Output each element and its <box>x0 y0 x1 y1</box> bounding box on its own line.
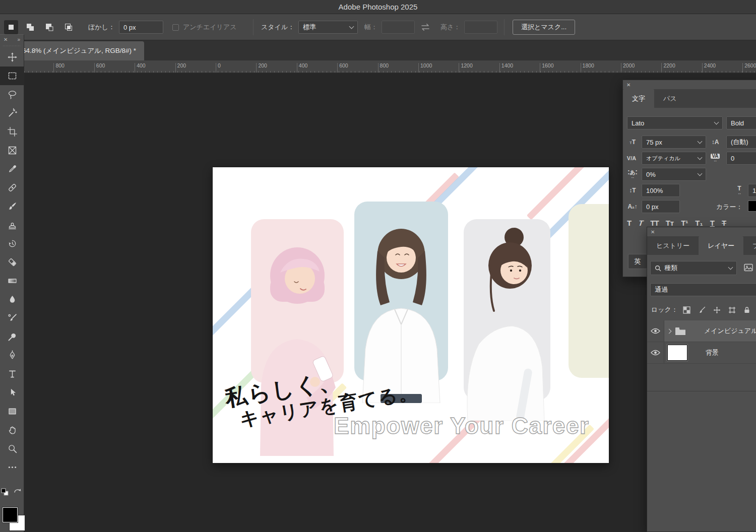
height-input[interactable] <box>464 21 497 34</box>
tab-history[interactable]: ヒストリー <box>647 236 699 255</box>
antialias-checkbox[interactable] <box>172 24 179 31</box>
layer-filter-dropdown[interactable]: 種類 <box>650 261 737 275</box>
ruler-label: 1800 <box>581 62 594 69</box>
gradient-tool[interactable] <box>0 272 24 290</box>
history-brush-tool[interactable] <box>0 234 24 253</box>
tab-character[interactable]: 文字 <box>623 89 654 108</box>
visibility-toggle[interactable] <box>647 320 664 342</box>
lock-position-icon[interactable] <box>713 306 721 314</box>
rectangular-marquee-tool[interactable] <box>0 66 24 85</box>
faux-bold-button[interactable]: T <box>627 219 632 227</box>
superscript-button[interactable]: T¹ <box>681 219 688 227</box>
font-style-dropdown[interactable]: Bold <box>726 116 756 129</box>
close-icon[interactable]: ✕ <box>651 229 655 235</box>
ruler-label: 2200 <box>661 62 675 69</box>
foreground-color-swatch[interactable] <box>3 507 18 522</box>
crop-tool[interactable] <box>0 122 24 141</box>
type-tool[interactable] <box>0 365 24 383</box>
subtract-from-selection-button[interactable] <box>42 20 56 34</box>
small-caps-button[interactable]: Tᴛ <box>666 219 674 227</box>
height-control: 高さ： <box>440 14 497 40</box>
width-input[interactable] <box>382 21 415 34</box>
horizontal-ruler[interactable]: 0800600400200020040060080010001200140016… <box>0 60 756 73</box>
horizontal-scale-field[interactable]: 100% <box>748 184 756 197</box>
eraser-tool[interactable] <box>0 253 24 272</box>
brush-tool[interactable] <box>0 197 24 216</box>
ruler-label: 200 <box>256 62 267 69</box>
frame-tool[interactable] <box>0 141 24 160</box>
rectangle-tool[interactable] <box>0 402 24 421</box>
move-tool[interactable] <box>0 48 24 66</box>
kerning-dropdown[interactable]: オプティカル <box>642 152 706 165</box>
edit-toolbar-button[interactable] <box>0 458 24 477</box>
tab-paths[interactable]: パス <box>654 89 686 108</box>
add-to-selection-button[interactable] <box>23 20 37 34</box>
leading-field[interactable]: (自動) <box>726 136 756 149</box>
lock-artboard-icon[interactable] <box>728 306 736 314</box>
blur-tool[interactable] <box>0 290 24 309</box>
layer-row-group[interactable]: メインビジュアル <box>647 320 756 342</box>
select-mask-wrap: 選択とマスク... <box>513 14 575 40</box>
spot-healing-brush-tool[interactable] <box>0 178 24 197</box>
canvas[interactable]: 私らしく、 キャリアを育てる。 Empower Your Career <box>213 167 609 463</box>
ruler-label: 0 <box>216 62 221 69</box>
path-selection-tool[interactable] <box>0 383 24 402</box>
dodge-tool[interactable] <box>0 327 24 346</box>
mixer-brush-tool[interactable] <box>0 309 24 327</box>
clone-stamp-tool[interactable] <box>0 216 24 234</box>
language-dropdown[interactable]: 英 <box>628 254 647 269</box>
eye-icon <box>651 350 660 356</box>
group-expand-chevron[interactable] <box>667 328 672 334</box>
style-dropdown[interactable]: 標準 <box>298 21 358 34</box>
default-colors-icon[interactable] <box>1 488 9 496</box>
layer-name: 背景 <box>706 348 719 357</box>
eyedropper-tool[interactable] <box>0 160 24 178</box>
new-selection-button[interactable] <box>4 20 18 34</box>
baseline-shift-field[interactable]: 0 px <box>642 200 680 213</box>
subscript-button[interactable]: T₁ <box>695 219 703 227</box>
document-tab[interactable]: 64.8% (メインビジュアル, RGB/8#) * <box>15 41 144 60</box>
object-selection-tool[interactable] <box>0 104 24 122</box>
feather-input[interactable]: 0 px <box>119 21 163 34</box>
font-size-dropdown[interactable]: 75 px <box>642 136 706 149</box>
tab-properties[interactable]: プ <box>743 236 756 255</box>
tab-layers[interactable]: レイヤー <box>699 236 743 255</box>
swap-colors-icon[interactable] <box>13 487 22 495</box>
feather-label: ぼかし： <box>88 23 115 32</box>
blend-mode-dropdown[interactable]: 通過 <box>650 283 756 296</box>
ruler-label: 400 <box>297 62 308 69</box>
baseline-shift-icon: Aa↑ <box>626 200 639 213</box>
close-icon[interactable]: ✕ <box>4 37 8 42</box>
vertical-scale-field[interactable]: 100% <box>642 184 680 197</box>
document-tab-bar: 64.8% (メインビジュアル, RGB/8#) * <box>0 40 756 60</box>
color-label: カラー： <box>716 203 743 212</box>
filter-image-icon[interactable] <box>744 263 753 272</box>
font-family-dropdown[interactable]: Lato <box>627 116 723 129</box>
zoom-tool[interactable] <box>0 439 24 458</box>
visibility-toggle[interactable] <box>647 342 664 363</box>
intersect-selection-button[interactable] <box>61 20 76 34</box>
close-icon[interactable]: ✕ <box>626 82 631 88</box>
lock-transparent-pixels-icon[interactable] <box>683 306 690 314</box>
strikethrough-button[interactable]: T <box>722 219 726 227</box>
underline-button[interactable]: T <box>710 219 715 227</box>
lasso-tool[interactable] <box>0 85 24 104</box>
select-and-mask-button[interactable]: 選択とマスク... <box>513 20 575 35</box>
faux-italic-button[interactable]: T <box>638 219 644 227</box>
layer-thumbnail[interactable] <box>667 345 687 361</box>
layers-panel-tabs: ヒストリー レイヤー プ <box>647 236 756 255</box>
pen-tool[interactable] <box>0 346 24 365</box>
tsume-dropdown[interactable]: 0% <box>642 168 706 181</box>
expand-panel-icon[interactable]: » <box>17 37 20 42</box>
layer-row-background[interactable]: 背景 <box>647 342 756 364</box>
eye-icon <box>651 328 660 334</box>
lock-all-icon[interactable] <box>743 306 750 314</box>
hand-tool[interactable] <box>0 421 24 439</box>
swap-dimensions[interactable] <box>420 14 431 40</box>
text-color-swatch[interactable] <box>748 201 756 212</box>
lock-image-pixels-icon[interactable] <box>698 306 706 314</box>
tracking-field[interactable]: 0 <box>726 152 756 165</box>
layer-name: メインビジュアル <box>704 326 756 336</box>
all-caps-button[interactable]: TT <box>650 219 658 227</box>
panel-grip[interactable] <box>3 44 21 48</box>
